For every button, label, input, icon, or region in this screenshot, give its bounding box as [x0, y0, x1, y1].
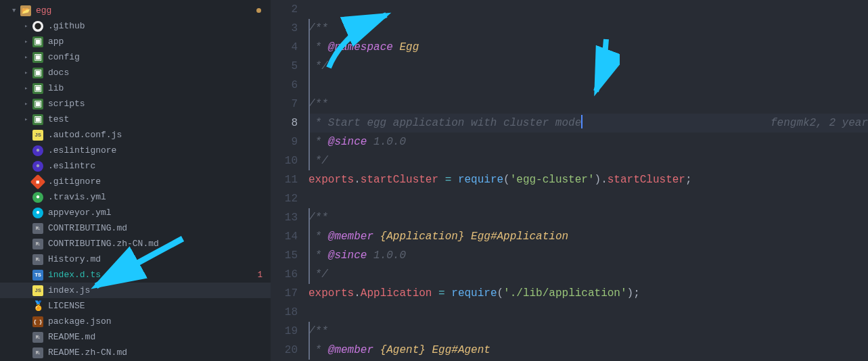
text-cursor: [581, 115, 583, 128]
code-line[interactable]: [309, 303, 868, 322]
license-icon: 🏅: [32, 301, 43, 312]
tree-item--eslintignore[interactable]: ●.eslintignore: [0, 143, 271, 158]
js-icon: JS: [32, 130, 43, 141]
line-number[interactable]: 15: [271, 246, 298, 265]
pkg-icon: ▣: [32, 52, 43, 63]
line-number[interactable]: 17: [271, 284, 298, 303]
chevron-right-icon: ▸: [24, 22, 31, 30]
code-line[interactable]: /**: [309, 95, 868, 114]
tree-item-index-js[interactable]: JSindex.js: [0, 283, 271, 298]
tree-item-label: config: [48, 52, 271, 62]
tree-item-lib[interactable]: ▸▣lib: [0, 80, 271, 96]
js-icon: JS: [32, 285, 43, 296]
tree-item--eslintrc[interactable]: ●.eslintrc: [0, 158, 271, 174]
code-line[interactable]: /**: [309, 19, 868, 38]
tree-item-label: CONTRIBUTING.zh-CN.md: [48, 239, 271, 249]
code-line[interactable]: */: [309, 57, 868, 76]
code-line[interactable]: [309, 0, 868, 19]
code-line[interactable]: exports.Application = require('./lib/app…: [309, 284, 868, 303]
line-number[interactable]: 18: [271, 303, 298, 322]
tree-item-label: README.zh-CN.md: [48, 347, 271, 358]
tree-item--gitignore[interactable]: ◆.gitignore: [0, 174, 271, 189]
code-line[interactable]: * @member {Agent} Egg#Agent: [309, 341, 868, 360]
error-count-badge: 1: [258, 270, 262, 280]
tree-item-label: lib: [48, 83, 271, 93]
tree-item-contributing-md[interactable]: M↓CONTRIBUTING.md: [0, 220, 271, 236]
tree-item-label: app: [48, 37, 271, 47]
tree-item-package-json[interactable]: { }package.json: [0, 314, 271, 329]
tree-item-label: .eslintignore: [48, 145, 271, 155]
tree-item-label: .github: [48, 21, 271, 31]
tree-item-label: History.md: [48, 254, 271, 264]
line-number[interactable]: 12: [271, 189, 298, 208]
root-label: egg: [36, 5, 271, 16]
tree-item-history-md[interactable]: M↓History.md: [0, 251, 271, 267]
tree-item-label: .autod.conf.js: [48, 130, 271, 140]
tree-item-label: package.json: [48, 316, 271, 327]
tree-item-label: docs: [48, 68, 271, 78]
tree-item-test[interactable]: ▸▣test: [0, 112, 271, 127]
code-line[interactable]: …exports.startCluster = require('egg-clu…: [309, 170, 868, 189]
tree-item-contributing-zh-cn-md[interactable]: M↓CONTRIBUTING.zh-CN.md: [0, 236, 271, 251]
line-number[interactable]: 3: [271, 19, 298, 38]
line-number[interactable]: 10: [271, 151, 298, 170]
md-icon: M↓: [32, 254, 43, 265]
line-number[interactable]: 7: [271, 95, 298, 114]
code-line[interactable]: [309, 76, 868, 95]
github-icon: ⬤: [32, 21, 43, 32]
line-number[interactable]: 5: [271, 57, 298, 76]
line-number[interactable]: 4: [271, 38, 298, 57]
line-number[interactable]: 14: [271, 227, 298, 246]
tree-item--github[interactable]: ▸⬤.github: [0, 18, 271, 34]
code-line[interactable]: [309, 189, 868, 208]
chevron-right-icon: ▸: [24, 116, 31, 123]
tree-item-label: appveyor.yml: [48, 208, 271, 218]
code-line[interactable]: * @member {Application} Egg#Application: [309, 227, 868, 246]
line-number[interactable]: 20: [271, 341, 298, 360]
git-blame-annotation: fengmk2, 2 year: [771, 114, 868, 133]
code-line[interactable]: * @since 1.0.0: [309, 133, 868, 151]
tree-item--autod-conf-js[interactable]: JS.autod.conf.js: [0, 127, 271, 143]
pkg-icon: ▣: [32, 114, 43, 125]
line-number[interactable]: 8: [271, 114, 298, 133]
chevron-down-icon: ▼: [12, 7, 19, 14]
tree-item--travis-yml[interactable]: ●.travis.yml: [0, 189, 271, 205]
line-number[interactable]: 9: [271, 133, 298, 151]
file-explorer: ▼ 📂 egg ▸⬤.github▸▣app▸▣config▸▣docs▸▣li…: [0, 0, 271, 361]
line-number[interactable]: 16: [271, 265, 298, 284]
md-icon: M↓: [32, 332, 43, 343]
code-line[interactable]: */: [309, 265, 868, 284]
code-line-cursor[interactable]: * Start egg application with cluster mod…: [309, 114, 868, 133]
line-number-gutter: 234567891011121314151617181920: [271, 0, 309, 361]
tree-item-app[interactable]: ▸▣app: [0, 34, 271, 49]
line-number[interactable]: 6: [271, 76, 298, 95]
travis-icon: ●: [32, 192, 43, 203]
line-number[interactable]: 13: [271, 208, 298, 227]
modified-dot-icon: [256, 8, 261, 13]
tree-item-config[interactable]: ▸▣config: [0, 49, 271, 65]
line-number[interactable]: 2: [271, 0, 298, 19]
code-line[interactable]: * @namespace Egg: [309, 38, 868, 57]
line-number[interactable]: 19: [271, 322, 298, 341]
code-line[interactable]: * @since 1.0.0: [309, 246, 868, 265]
ts-icon: TS: [32, 270, 43, 281]
tree-item-index-d-ts[interactable]: TSindex.d.ts1: [0, 267, 271, 283]
code-line[interactable]: /**: [309, 322, 868, 341]
tree-item-readme-md[interactable]: M↓README.md: [0, 329, 271, 345]
eslint-icon: ●: [32, 145, 43, 156]
pkg-icon: ▣: [32, 99, 43, 110]
pkg-icon: ▣: [32, 83, 43, 94]
code-line[interactable]: /**: [309, 208, 868, 227]
tree-root-folder[interactable]: ▼ 📂 egg: [0, 3, 271, 18]
chevron-right-icon: ▸: [24, 69, 31, 76]
tree-item-docs[interactable]: ▸▣docs: [0, 65, 271, 80]
tree-item-license[interactable]: 🏅LICENSE: [0, 298, 271, 314]
gitignore-icon: ◆: [30, 174, 46, 189]
editor-pane: 234567891011121314151617181920 /** * @na…: [271, 0, 868, 361]
tree-item-scripts[interactable]: ▸▣scripts: [0, 96, 271, 112]
line-number[interactable]: 11: [271, 170, 298, 189]
tree-item-readme-zh-cn-md[interactable]: M↓README.zh-CN.md: [0, 345, 271, 360]
code-area[interactable]: /** * @namespace Egg */ /** * Start egg …: [309, 0, 868, 361]
code-line[interactable]: */: [309, 151, 868, 170]
tree-item-appveyor-yml[interactable]: ●appveyor.yml: [0, 205, 271, 220]
